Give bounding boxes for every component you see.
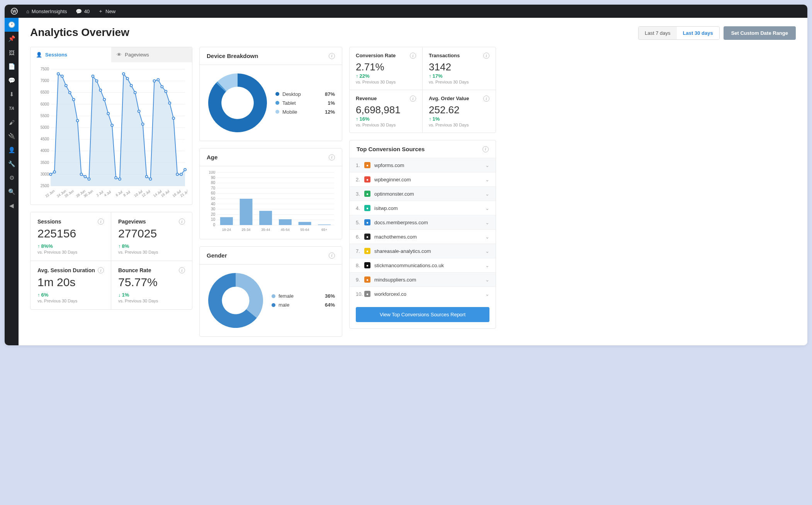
comments-link[interactable]: 💬 40: [73, 5, 93, 18]
info-icon[interactable]: i: [483, 53, 489, 59]
overview-stats: Sessionsi 225156 ↑8%% vs. Previous 30 Da…: [30, 212, 192, 310]
nav-plugins[interactable]: 🔌: [5, 129, 19, 143]
svg-point-51: [161, 85, 163, 88]
app-window: W ⌂ MonsterInsights 💬 40 ＋ New 🕐 📌 🖼 📄 💬…: [5, 5, 807, 345]
nav-tools[interactable]: 🔧: [5, 157, 19, 171]
source-row[interactable]: 6. ● machothemes.com ⌄: [350, 229, 496, 244]
favicon-icon: ●: [364, 262, 370, 268]
favicon-icon: ●: [364, 248, 370, 254]
nav-comments[interactable]: 💬: [5, 73, 19, 87]
nav-posts[interactable]: 📌: [5, 32, 19, 46]
nav-collapse[interactable]: ◀: [5, 199, 19, 213]
source-row[interactable]: 9. ● mindsuppliers.com ⌄: [350, 272, 496, 287]
plug-icon: 🔌: [8, 133, 15, 140]
favicon-icon: ●: [364, 191, 370, 197]
kpi-value: 2.71%: [356, 61, 416, 73]
stat-subtext: vs. Previous 30 Days: [118, 299, 185, 303]
svg-point-22: [49, 173, 52, 176]
source-rank: 6.: [356, 234, 364, 240]
svg-text:60: 60: [211, 191, 216, 195]
info-icon[interactable]: i: [179, 218, 185, 225]
info-icon[interactable]: i: [483, 96, 489, 102]
user-icon: 👤: [8, 147, 15, 154]
source-row[interactable]: 4. ● isitwp.com ⌄: [350, 201, 496, 215]
info-icon[interactable]: i: [482, 146, 489, 152]
favicon-icon: ●: [364, 205, 370, 211]
svg-point-31: [84, 176, 86, 178]
svg-point-46: [142, 123, 144, 125]
stat-bounce-rate: Bounce Ratei 75.77% ↓1% vs. Previous 30 …: [111, 261, 192, 309]
source-row[interactable]: 10. ● workforcexl.co ⌄: [350, 287, 496, 301]
tab-pageviews[interactable]: 👁 Pageviews: [111, 47, 192, 62]
favicon-icon: ●: [364, 162, 370, 168]
svg-text:6500: 6500: [41, 90, 49, 94]
custom-date-button[interactable]: Set Custom Date Range: [724, 26, 796, 40]
svg-point-39: [115, 177, 117, 179]
new-label: New: [105, 9, 116, 14]
source-row[interactable]: 5. ● docs.memberpress.com ⌄: [350, 215, 496, 229]
source-row[interactable]: 2. ● wpbeginner.com ⌄: [350, 172, 496, 186]
source-rank: 5.: [356, 220, 364, 225]
svg-point-53: [168, 102, 171, 104]
kpi-delta: ↑1%: [429, 116, 489, 122]
nav-appearance[interactable]: 🖌: [5, 115, 19, 129]
site-link[interactable]: ⌂ MonsterInsights: [23, 5, 70, 18]
wp-side-nav: 🕐 📌 🖼 📄 💬 ⬇ TA 🖌 🔌 👤 🔧 ⚙ 🔍 ◀: [5, 18, 19, 345]
device-legend: Desktop 87% Tablet 1% Mobile 12%: [275, 90, 335, 116]
info-icon[interactable]: i: [329, 154, 335, 160]
info-icon[interactable]: i: [410, 53, 416, 59]
svg-text:30: 30: [211, 207, 216, 211]
source-name: isitwp.com: [374, 205, 398, 211]
svg-text:100: 100: [209, 171, 215, 174]
wp-logo[interactable]: W: [8, 5, 21, 18]
info-icon[interactable]: i: [329, 252, 335, 259]
tab-sessions[interactable]: 👤 Sessions: [31, 47, 111, 62]
svg-point-47: [146, 176, 148, 178]
nav-insights[interactable]: 🔍: [5, 185, 19, 199]
svg-point-24: [57, 73, 59, 75]
stat-delta: ↑8%: [118, 243, 185, 249]
new-link[interactable]: ＋ New: [95, 5, 119, 18]
stat-label: Pageviews: [118, 218, 146, 225]
kpi-label: Transactions: [429, 53, 460, 59]
info-icon[interactable]: i: [98, 218, 104, 225]
chevron-down-icon: ⌄: [485, 177, 489, 183]
stat-label: Avg. Session Duration: [37, 267, 95, 273]
last-7-days-button[interactable]: Last 7 days: [639, 27, 677, 39]
last-30-days-button[interactable]: Last 30 days: [677, 27, 719, 39]
legend-row: male 64%: [272, 300, 335, 309]
chevron-down-icon: ⌄: [485, 162, 489, 168]
kpi-label: Conversion Rate: [356, 53, 396, 59]
nav-download[interactable]: ⬇: [5, 87, 19, 101]
info-icon[interactable]: i: [98, 267, 104, 273]
chevron-down-icon: ⌄: [485, 291, 489, 297]
legend-pct: 1%: [328, 100, 335, 106]
nav-users[interactable]: 👤: [5, 143, 19, 157]
nav-dashboard[interactable]: 🕐: [5, 18, 19, 32]
source-row[interactable]: 7. ● shareasale-analytics.com ⌄: [350, 244, 496, 258]
nav-settings[interactable]: ⚙: [5, 171, 19, 185]
source-name: wpbeginner.com: [374, 177, 411, 183]
chart-tabs: 👤 Sessions 👁 Pageviews: [30, 47, 192, 62]
source-row[interactable]: 1. ● wpforms.com ⌄: [350, 158, 496, 172]
nav-media[interactable]: 🖼: [5, 46, 19, 60]
svg-text:90: 90: [211, 176, 216, 180]
nav-pages[interactable]: 📄: [5, 60, 19, 73]
stat-value: 277025: [118, 227, 185, 240]
svg-point-56: [180, 173, 182, 176]
source-row[interactable]: 8. ● stickmancommunications.co.uk ⌄: [350, 258, 496, 272]
info-icon[interactable]: i: [329, 53, 335, 59]
stat-subtext: vs. Previous 30 Days: [37, 250, 104, 254]
svg-text:21 Jul: 21 Jul: [180, 189, 187, 198]
view-report-button[interactable]: View Top Conversions Sources Report: [356, 307, 489, 322]
info-icon[interactable]: i: [179, 267, 185, 273]
svg-point-40: [119, 178, 121, 180]
nav-ta[interactable]: TA: [5, 101, 19, 115]
svg-point-23: [53, 171, 56, 173]
legend-dot: [275, 101, 279, 105]
svg-point-41: [122, 73, 125, 75]
svg-text:2500: 2500: [41, 184, 49, 188]
source-row[interactable]: 3. ● optinmonster.com ⌄: [350, 186, 496, 201]
kpi-subtext: vs. Previous 30 Days: [429, 123, 489, 127]
info-icon[interactable]: i: [410, 96, 416, 102]
